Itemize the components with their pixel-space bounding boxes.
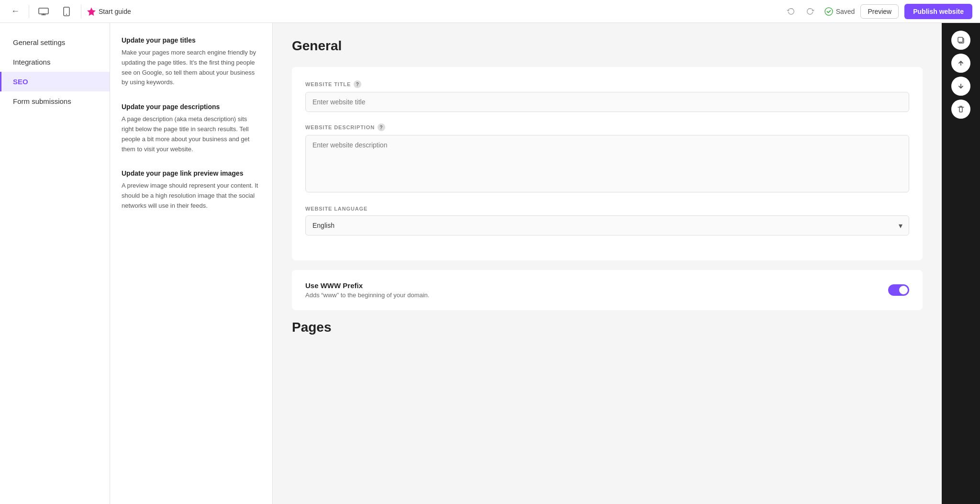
content-area: General WEBSITE TITLE ? WEBSITE DESCRIPT… bbox=[273, 23, 942, 504]
separator-1 bbox=[29, 5, 29, 18]
saved-label: Saved bbox=[836, 8, 855, 15]
redo-button[interactable] bbox=[802, 3, 819, 20]
separator-2 bbox=[81, 5, 81, 18]
www-prefix-card: Use WWW Prefix Adds “www” to the beginni… bbox=[292, 270, 923, 310]
website-language-label: WEBSITE LANGUAGE bbox=[305, 206, 909, 212]
guide-descriptions-heading: Update your page descriptions bbox=[122, 103, 261, 111]
website-title-group: WEBSITE TITLE ? bbox=[305, 80, 909, 112]
sidebar-item-integrations[interactable]: Integrations bbox=[0, 52, 110, 72]
topbar-right: Saved Preview Publish website bbox=[782, 3, 972, 20]
website-language-group: WEBSITE LANGUAGE English French German S… bbox=[305, 206, 909, 235]
svg-point-3 bbox=[825, 8, 833, 15]
main-layout: General settings Integrations SEO Form s… bbox=[0, 23, 980, 504]
general-card: WEBSITE TITLE ? WEBSITE DESCRIPTION ? WE… bbox=[292, 67, 923, 260]
topbar-left: ← Start guide bbox=[8, 3, 777, 20]
website-description-input[interactable] bbox=[305, 135, 909, 192]
editor-panel bbox=[942, 23, 980, 504]
svg-rect-5 bbox=[958, 37, 963, 42]
preview-button[interactable]: Preview bbox=[860, 4, 899, 19]
website-title-input[interactable] bbox=[305, 92, 909, 112]
undo-redo-group bbox=[782, 3, 819, 20]
website-description-help-icon[interactable]: ? bbox=[378, 123, 385, 131]
back-icon: ← bbox=[11, 6, 20, 16]
guide-preview-heading: Update your page link preview images bbox=[122, 169, 261, 177]
move-down-button[interactable] bbox=[951, 77, 970, 96]
general-section-title: General bbox=[292, 38, 923, 54]
publish-button[interactable]: Publish website bbox=[904, 4, 972, 19]
topbar: ← Start guide Saved Preview bbox=[0, 0, 980, 23]
guide-section-titles: Update your page titles Make your pages … bbox=[122, 36, 261, 88]
guide-section-descriptions: Update your page descriptions A page des… bbox=[122, 103, 261, 154]
website-title-help-icon[interactable]: ? bbox=[354, 80, 361, 88]
delete-button[interactable] bbox=[951, 100, 970, 119]
saved-indicator: Saved bbox=[824, 7, 855, 16]
www-prefix-info: Use WWW Prefix Adds “www” to the beginni… bbox=[305, 281, 429, 299]
sidebar-item-general-settings[interactable]: General settings bbox=[0, 33, 110, 52]
guide-titles-body: Make your pages more search engine frien… bbox=[122, 48, 261, 88]
www-prefix-description: Adds “www” to the beginning of your doma… bbox=[305, 291, 429, 299]
language-select-wrapper: English French German Spanish Italian Po… bbox=[305, 215, 909, 235]
www-prefix-toggle[interactable] bbox=[888, 284, 909, 296]
desktop-layout-button[interactable] bbox=[35, 3, 52, 20]
guide-descriptions-body: A page description (aka meta description… bbox=[122, 114, 261, 154]
pages-section-title: Pages bbox=[292, 320, 923, 335]
guide-section-preview-images: Update your page link preview images A p… bbox=[122, 169, 261, 211]
svg-point-2 bbox=[66, 14, 67, 15]
guide-panel: Update your page titles Make your pages … bbox=[110, 23, 273, 504]
website-title-label: WEBSITE TITLE ? bbox=[305, 80, 909, 88]
sidebar-item-form-submissions[interactable]: Form submissions bbox=[0, 91, 110, 111]
back-button[interactable]: ← bbox=[8, 4, 23, 19]
guide-titles-heading: Update your page titles bbox=[122, 36, 261, 44]
website-description-label: WEBSITE DESCRIPTION ? bbox=[305, 123, 909, 131]
duplicate-button[interactable] bbox=[951, 31, 970, 50]
undo-button[interactable] bbox=[782, 3, 800, 20]
www-prefix-title: Use WWW Prefix bbox=[305, 281, 429, 290]
mobile-layout-button[interactable] bbox=[58, 3, 75, 20]
move-up-button[interactable] bbox=[951, 54, 970, 73]
guide-preview-body: A preview image should represent your co… bbox=[122, 181, 261, 211]
sidebar: General settings Integrations SEO Form s… bbox=[0, 23, 110, 504]
language-select[interactable]: English French German Spanish Italian Po… bbox=[305, 215, 909, 235]
sidebar-item-seo[interactable]: SEO bbox=[0, 72, 110, 91]
start-guide-button[interactable]: Start guide bbox=[87, 7, 131, 16]
website-description-group: WEBSITE DESCRIPTION ? bbox=[305, 123, 909, 194]
svg-rect-0 bbox=[39, 8, 48, 14]
start-guide-label: Start guide bbox=[99, 8, 131, 15]
